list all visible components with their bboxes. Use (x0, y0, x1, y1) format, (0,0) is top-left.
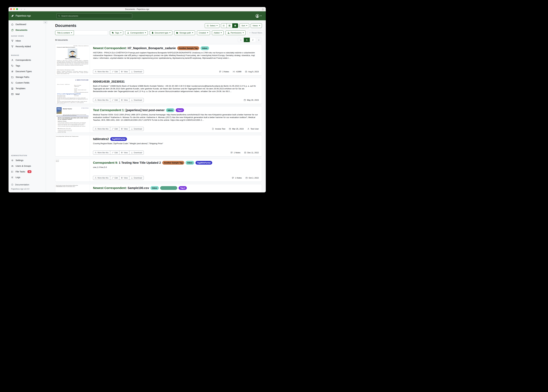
document-type-filter-button[interactable]: Document type (150, 30, 173, 35)
correspondent-filter-button[interactable]: Correspondent (125, 30, 148, 35)
download-button[interactable]: Download (129, 127, 144, 131)
note-count[interactable]: 1 Notes (231, 152, 240, 154)
document-title[interactable]: tablerates2 TagWithPartial (93, 137, 259, 141)
sidebar-item-custom-fields[interactable]: Custom Fields (8, 80, 46, 86)
sidebar-item-correspondents[interactable]: Correspondents (8, 57, 46, 63)
document-card[interactable]: MEDICAL TEACHER Medical Teacher Taylor &… (55, 106, 262, 133)
document-card[interactable]: Serial Number,Company Name,Employee Mark… (55, 184, 262, 192)
search-input[interactable]: Search documents (56, 14, 132, 18)
edit-button[interactable]: Edit (110, 98, 120, 102)
share-icon[interactable] (262, 8, 264, 11)
sidebar-item-file-tasks[interactable]: File Tasks 16 (8, 169, 46, 175)
document-title[interactable]: Newest Correspondent: H7_Napoleon_Bonapa… (93, 46, 259, 50)
tag-chip[interactable]: Tag 2 (179, 186, 187, 190)
user-menu[interactable] (255, 14, 266, 18)
tag-chip[interactable]: Tag 2 (176, 108, 184, 112)
reset-filters-button[interactable]: × Reset filters (247, 30, 264, 35)
sidebar-item-inbox[interactable]: Inbox (8, 38, 46, 44)
view-mode-table-button[interactable] (221, 23, 227, 28)
title-content-dropdown-button[interactable]: Title & content (55, 30, 74, 35)
edit-button[interactable]: Edit (110, 70, 120, 74)
view-mode-detail-button[interactable] (232, 23, 238, 28)
document-card[interactable]: Country,Region/State,"Zip/Postal Code","… (55, 135, 262, 157)
more-like-this-button[interactable]: More like this (93, 176, 110, 180)
tag-chip[interactable]: Another Sample Tag (162, 161, 184, 165)
document-thumbnail[interactable]: Country,Region/State,"Zip/Postal Code","… (55, 135, 90, 156)
view-button[interactable]: View (119, 98, 129, 102)
sidebar-item-settings[interactable]: Settings (8, 157, 46, 163)
document-correspondent[interactable]: Test Correspondent 1 (93, 108, 124, 112)
divider (57, 116, 88, 116)
view-mode-grid-button[interactable] (227, 23, 232, 28)
sidebar-item-storage-paths[interactable]: Storage Paths (8, 74, 46, 80)
sidebar-item-tags[interactable]: Tags (8, 63, 46, 69)
sidebar-item-mail[interactable]: Mail (8, 91, 46, 97)
view-button[interactable]: View (119, 151, 129, 155)
document-correspondent[interactable]: Newest Correspondent (93, 46, 126, 50)
sidebar-item-recently-added[interactable]: Recently Added (8, 44, 46, 49)
document-title[interactable]: Newest Correspondent: Sample100.csv Inbo… (93, 186, 259, 190)
tags-filter-button[interactable]: Tags (110, 30, 123, 35)
document-title[interactable]: 0004814539_20230531 (93, 80, 259, 83)
tag-chip[interactable]: Inbox (186, 161, 194, 165)
sidebar-item-logs[interactable]: Logs (8, 175, 46, 180)
sidebar-item-documents[interactable]: Documents (8, 27, 46, 33)
permissions-filter-button[interactable]: Permissions (225, 30, 246, 35)
view-button[interactable]: View (119, 127, 129, 131)
document-title[interactable]: Test Correspondent 1: [paperless] test p… (93, 108, 259, 112)
note-count[interactable]: 2 Notes (219, 70, 229, 73)
pagination-next[interactable]: » (256, 38, 262, 42)
views-dropdown-button[interactable]: Views (251, 23, 262, 28)
chevron-down-icon (216, 25, 218, 26)
document-correspondent[interactable]: Correspondent 9 (93, 161, 117, 164)
note-count[interactable]: 1 Notes (232, 177, 242, 179)
view-button[interactable]: View (119, 70, 129, 74)
pagination-prev[interactable]: « (238, 38, 244, 42)
document-card[interactable]: HISTORIA - PRACA DLA CHĘTNYCH Francja po… (55, 44, 262, 76)
download-button[interactable]: Download (129, 98, 144, 102)
pagination-page-1[interactable]: 1 (244, 38, 250, 42)
more-like-this-button[interactable]: More like this (93, 151, 110, 155)
more-like-this-button[interactable]: More like this (93, 98, 110, 102)
edit-button[interactable]: Edit (110, 151, 120, 155)
download-button[interactable]: Download (129, 176, 144, 180)
added-filter-button[interactable]: Added (212, 30, 224, 35)
tag-chip[interactable]: Another Sample Tag (177, 46, 199, 50)
document-title[interactable]: Correspondent 9: 1 Testing New Title Upd… (93, 161, 259, 165)
more-like-this-button[interactable]: More like this (93, 127, 110, 131)
document-thumbnail[interactable]: Serial Number,Company Name,Employee Mark… (55, 184, 90, 192)
download-button[interactable]: Download (129, 70, 144, 74)
thumb-text: Dojście Napoleona I Bonapartego do władz… (57, 70, 74, 70)
created-filter-button[interactable]: Created (197, 30, 210, 35)
document-thumbnail[interactable]: MEDICAL TEACHER Medical Teacher Taylor &… (55, 106, 90, 133)
title-content-filter-input[interactable] (74, 30, 108, 35)
tag-chip[interactable]: Inbox (166, 108, 174, 112)
sidebar-item-document-types[interactable]: Document Types (8, 69, 46, 74)
edit-button[interactable]: Edit (110, 127, 120, 131)
documentation-link[interactable]: Documentation (8, 182, 46, 187)
document-correspondent[interactable]: Newest Correspondent (93, 186, 126, 189)
document-card[interactable]: one,1.0 five,5.0 Correspondent 9: 1 Test… (55, 159, 262, 182)
tag-chip[interactable]: Inbox (201, 46, 209, 50)
document-thumbnail[interactable]: one,1.0 five,5.0 (55, 159, 90, 182)
app-brand[interactable]: Paperless-ngx (8, 14, 46, 17)
tag-chip[interactable]: TagWithPartial (195, 161, 212, 165)
storage-path-filter-button[interactable]: Storage path (174, 30, 195, 35)
document-card[interactable]: BANK OF SCOTLAND Bank of Scotland · 1088… (55, 78, 262, 104)
tag-chip[interactable]: Inbox (151, 186, 159, 190)
download-button[interactable]: Download (129, 151, 144, 155)
sidebar-collapse-button[interactable]: « (43, 21, 47, 24)
select-dropdown-button[interactable]: Select (205, 23, 220, 28)
document-thumbnail[interactable]: BANK OF SCOTLAND Bank of Scotland · 1088… (55, 78, 90, 104)
document-thumbnail[interactable]: HISTORIA - PRACA DLA CHĘTNYCH Francja po… (55, 44, 90, 76)
sidebar-item-users-groups[interactable]: Users & Groups (8, 163, 46, 169)
view-button[interactable]: View (119, 176, 129, 180)
tag-chip[interactable]: TagWithPartial (110, 137, 127, 141)
sidebar-item-templates[interactable]: Templates (8, 86, 46, 91)
more-like-this-button[interactable]: More like this (93, 70, 110, 74)
pagination-page-2[interactable]: 2 (250, 38, 256, 42)
sort-dropdown-button[interactable]: Sort (240, 23, 249, 28)
edit-button[interactable]: Edit (110, 176, 120, 180)
sidebar-item-dashboard[interactable]: Dashboard (8, 21, 46, 27)
tag-chip[interactable] (160, 186, 177, 190)
